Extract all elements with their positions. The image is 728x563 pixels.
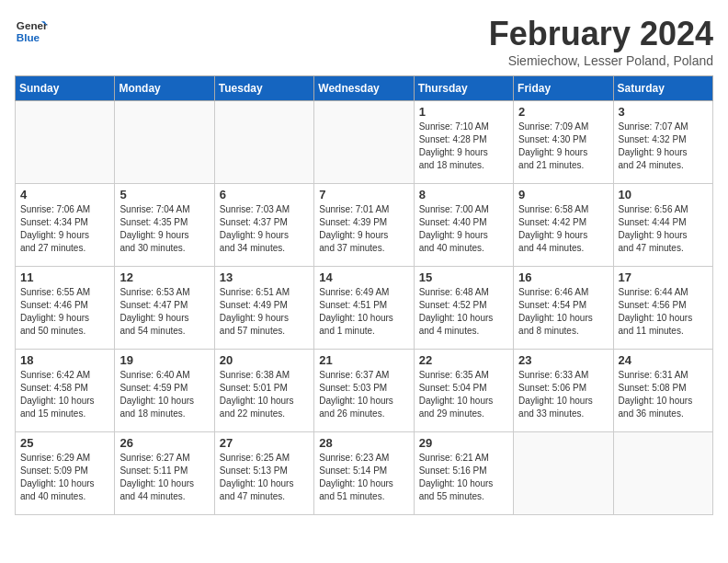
day-number: 16 — [518, 270, 608, 284]
weekday-header-cell: Friday — [514, 76, 613, 101]
calendar-week-row: 1Sunrise: 7:10 AM Sunset: 4:28 PM Daylig… — [16, 101, 713, 184]
day-info: Sunrise: 6:31 AM Sunset: 5:08 PM Dayligh… — [619, 369, 708, 420]
day-number: 5 — [119, 188, 209, 201]
calendar-day-cell: 4Sunrise: 7:06 AM Sunset: 4:34 PM Daylig… — [16, 184, 115, 267]
day-number: 23 — [518, 353, 608, 367]
calendar-day-cell: 1Sunrise: 7:10 AM Sunset: 4:28 PM Daylig… — [414, 101, 513, 184]
day-number: 1 — [419, 105, 508, 119]
calendar-day-cell: 11Sunrise: 6:55 AM Sunset: 4:46 PM Dayli… — [16, 267, 115, 350]
day-number: 26 — [119, 436, 209, 450]
day-info: Sunrise: 6:38 AM Sunset: 5:01 PM Dayligh… — [220, 369, 309, 420]
day-number: 29 — [419, 436, 508, 450]
day-info: Sunrise: 6:53 AM Sunset: 4:47 PM Dayligh… — [119, 286, 209, 338]
day-info: Sunrise: 6:42 AM Sunset: 4:58 PM Dayligh… — [20, 369, 109, 420]
calendar-day-cell — [514, 432, 613, 515]
calendar-day-cell: 9Sunrise: 6:58 AM Sunset: 4:42 PM Daylig… — [514, 184, 613, 267]
weekday-header-cell: Sunday — [16, 76, 115, 101]
calendar-day-cell: 10Sunrise: 6:56 AM Sunset: 4:44 PM Dayli… — [613, 184, 712, 267]
day-number: 24 — [619, 353, 708, 367]
svg-text:Blue: Blue — [17, 31, 40, 43]
page-header: General Blue February 2024 Siemiechow, L… — [15, 15, 713, 68]
calendar-day-cell: 13Sunrise: 6:51 AM Sunset: 4:49 PM Dayli… — [214, 267, 313, 350]
day-number: 22 — [419, 353, 508, 367]
day-number: 13 — [220, 270, 309, 284]
calendar-day-cell — [214, 101, 313, 184]
day-info: Sunrise: 7:03 AM Sunset: 4:37 PM Dayligh… — [220, 203, 309, 255]
calendar-day-cell: 16Sunrise: 6:46 AM Sunset: 4:54 PM Dayli… — [514, 267, 613, 350]
calendar-day-cell: 5Sunrise: 7:04 AM Sunset: 4:35 PM Daylig… — [115, 184, 214, 267]
day-info: Sunrise: 6:29 AM Sunset: 5:09 PM Dayligh… — [20, 452, 109, 503]
day-info: Sunrise: 6:44 AM Sunset: 4:56 PM Dayligh… — [619, 286, 708, 338]
day-number: 15 — [419, 270, 508, 284]
day-info: Sunrise: 7:00 AM Sunset: 4:40 PM Dayligh… — [419, 203, 508, 255]
calendar-day-cell: 8Sunrise: 7:00 AM Sunset: 4:40 PM Daylig… — [414, 184, 513, 267]
day-number: 28 — [319, 436, 408, 450]
calendar-day-cell: 20Sunrise: 6:38 AM Sunset: 5:01 PM Dayli… — [214, 350, 313, 432]
calendar-day-cell: 19Sunrise: 6:40 AM Sunset: 4:59 PM Dayli… — [115, 350, 214, 432]
title-area: February 2024 Siemiechow, Lesser Poland,… — [489, 15, 713, 68]
day-info: Sunrise: 6:35 AM Sunset: 5:04 PM Dayligh… — [419, 369, 508, 420]
day-info: Sunrise: 7:09 AM Sunset: 4:30 PM Dayligh… — [518, 121, 608, 172]
month-title: February 2024 — [489, 15, 713, 53]
weekday-header-cell: Wednesday — [314, 76, 414, 101]
calendar-day-cell: 29Sunrise: 6:21 AM Sunset: 5:16 PM Dayli… — [414, 432, 513, 515]
day-info: Sunrise: 7:06 AM Sunset: 4:34 PM Dayligh… — [20, 203, 109, 255]
calendar-day-cell: 25Sunrise: 6:29 AM Sunset: 5:09 PM Dayli… — [16, 432, 115, 515]
day-info: Sunrise: 6:51 AM Sunset: 4:49 PM Dayligh… — [220, 286, 309, 338]
logo-icon: General Blue — [15, 15, 48, 48]
day-number: 11 — [20, 270, 109, 284]
calendar-week-row: 25Sunrise: 6:29 AM Sunset: 5:09 PM Dayli… — [16, 432, 713, 515]
day-info: Sunrise: 6:23 AM Sunset: 5:14 PM Dayligh… — [319, 452, 408, 503]
day-number: 8 — [419, 188, 508, 201]
day-info: Sunrise: 6:46 AM Sunset: 4:54 PM Dayligh… — [518, 286, 608, 338]
calendar-day-cell: 27Sunrise: 6:25 AM Sunset: 5:13 PM Dayli… — [214, 432, 313, 515]
day-info: Sunrise: 6:40 AM Sunset: 4:59 PM Dayligh… — [119, 369, 209, 420]
weekday-header-cell: Tuesday — [214, 76, 313, 101]
calendar-week-row: 4Sunrise: 7:06 AM Sunset: 4:34 PM Daylig… — [16, 184, 713, 267]
day-number: 25 — [20, 436, 109, 450]
calendar-day-cell: 12Sunrise: 6:53 AM Sunset: 4:47 PM Dayli… — [115, 267, 214, 350]
svg-text:General: General — [17, 19, 48, 31]
day-info: Sunrise: 7:07 AM Sunset: 4:32 PM Dayligh… — [619, 121, 708, 172]
day-number: 27 — [220, 436, 309, 450]
day-number: 7 — [319, 188, 408, 201]
day-info: Sunrise: 7:10 AM Sunset: 4:28 PM Dayligh… — [419, 121, 508, 172]
calendar-day-cell: 17Sunrise: 6:44 AM Sunset: 4:56 PM Dayli… — [613, 267, 712, 350]
day-info: Sunrise: 6:58 AM Sunset: 4:42 PM Dayligh… — [518, 203, 608, 255]
day-info: Sunrise: 6:37 AM Sunset: 5:03 PM Dayligh… — [319, 369, 408, 420]
logo: General Blue — [15, 15, 48, 48]
calendar-day-cell — [314, 101, 414, 184]
day-info: Sunrise: 6:25 AM Sunset: 5:13 PM Dayligh… — [220, 452, 309, 503]
day-info: Sunrise: 6:27 AM Sunset: 5:11 PM Dayligh… — [119, 452, 209, 503]
calendar-day-cell: 14Sunrise: 6:49 AM Sunset: 4:51 PM Dayli… — [314, 267, 414, 350]
calendar-week-row: 11Sunrise: 6:55 AM Sunset: 4:46 PM Dayli… — [16, 267, 713, 350]
calendar-day-cell: 23Sunrise: 6:33 AM Sunset: 5:06 PM Dayli… — [514, 350, 613, 432]
calendar-table: SundayMondayTuesdayWednesdayThursdayFrid… — [15, 75, 713, 515]
weekday-header-cell: Saturday — [613, 76, 712, 101]
day-number: 14 — [319, 270, 408, 284]
calendar-day-cell: 15Sunrise: 6:48 AM Sunset: 4:52 PM Dayli… — [414, 267, 513, 350]
calendar-week-row: 18Sunrise: 6:42 AM Sunset: 4:58 PM Dayli… — [16, 350, 713, 432]
calendar-day-cell: 2Sunrise: 7:09 AM Sunset: 4:30 PM Daylig… — [514, 101, 613, 184]
weekday-header-cell: Monday — [115, 76, 214, 101]
day-number: 3 — [619, 105, 708, 119]
day-info: Sunrise: 6:21 AM Sunset: 5:16 PM Dayligh… — [419, 452, 508, 503]
weekday-header-row: SundayMondayTuesdayWednesdayThursdayFrid… — [16, 76, 713, 101]
subtitle: Siemiechow, Lesser Poland, Poland — [489, 53, 713, 68]
calendar-day-cell — [115, 101, 214, 184]
day-info: Sunrise: 6:33 AM Sunset: 5:06 PM Dayligh… — [518, 369, 608, 420]
calendar-day-cell: 7Sunrise: 7:01 AM Sunset: 4:39 PM Daylig… — [314, 184, 414, 267]
day-info: Sunrise: 6:48 AM Sunset: 4:52 PM Dayligh… — [419, 286, 508, 338]
calendar-day-cell — [16, 101, 115, 184]
day-info: Sunrise: 7:01 AM Sunset: 4:39 PM Dayligh… — [319, 203, 408, 255]
day-number: 20 — [220, 353, 309, 367]
calendar-body: 1Sunrise: 7:10 AM Sunset: 4:28 PM Daylig… — [16, 101, 713, 515]
weekday-header-cell: Thursday — [414, 76, 513, 101]
calendar-day-cell: 22Sunrise: 6:35 AM Sunset: 5:04 PM Dayli… — [414, 350, 513, 432]
calendar-day-cell: 6Sunrise: 7:03 AM Sunset: 4:37 PM Daylig… — [214, 184, 313, 267]
day-number: 9 — [518, 188, 608, 201]
calendar-day-cell — [613, 432, 712, 515]
day-info: Sunrise: 6:56 AM Sunset: 4:44 PM Dayligh… — [619, 203, 708, 255]
day-number: 21 — [319, 353, 408, 367]
calendar-day-cell: 28Sunrise: 6:23 AM Sunset: 5:14 PM Dayli… — [314, 432, 414, 515]
